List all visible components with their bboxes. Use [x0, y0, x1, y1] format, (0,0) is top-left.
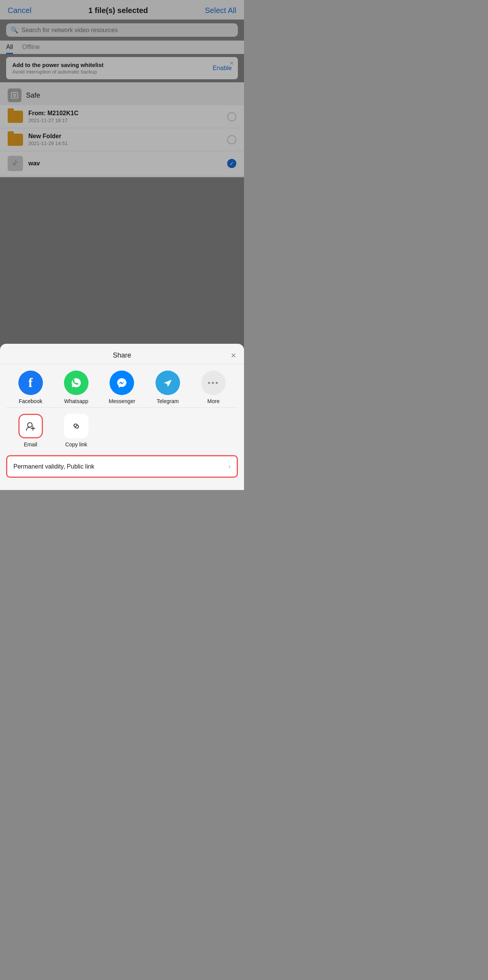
- more-icon: •••: [201, 371, 226, 395]
- whatsapp-share-button[interactable]: Whatsapp: [53, 371, 99, 404]
- copy-link-button[interactable]: Copy link: [53, 414, 99, 448]
- telegram-icon: [156, 371, 180, 395]
- email-share-button[interactable]: Email: [8, 414, 53, 448]
- share-header: Share ✕: [0, 344, 244, 364]
- messenger-label: Messenger: [109, 398, 135, 404]
- telegram-share-button[interactable]: Telegram: [145, 371, 190, 404]
- permanent-link-text: Permanent validity, Public link: [13, 463, 94, 470]
- chevron-right-icon: ›: [228, 462, 231, 470]
- more-share-button[interactable]: ••• More: [191, 371, 236, 404]
- app-icons-row: f Facebook Whatsapp Messenger: [0, 364, 244, 407]
- facebook-share-button[interactable]: f Facebook: [8, 371, 53, 404]
- messenger-share-button[interactable]: Messenger: [99, 371, 145, 404]
- whatsapp-label: Whatsapp: [64, 398, 88, 404]
- email-icon-box: [18, 414, 43, 438]
- messenger-icon: [110, 371, 134, 395]
- telegram-label: Telegram: [157, 398, 179, 404]
- share-close-button[interactable]: ✕: [231, 351, 236, 360]
- facebook-icon: f: [18, 371, 43, 395]
- copy-link-label: Copy link: [65, 441, 87, 448]
- permanent-link-button[interactable]: Permanent validity, Public link ›: [6, 455, 238, 478]
- more-label: More: [207, 398, 219, 404]
- action-icons-row: Email Copy link: [0, 408, 244, 451]
- svg-line-10: [75, 425, 77, 427]
- share-title: Share: [113, 351, 131, 359]
- email-label: Email: [24, 441, 37, 448]
- svg-point-7: [28, 423, 32, 427]
- facebook-label: Facebook: [19, 398, 42, 404]
- whatsapp-icon: [64, 371, 88, 395]
- share-sheet: Share ✕ f Facebook Whatsapp: [0, 344, 244, 490]
- copy-link-icon-box: [64, 414, 88, 438]
